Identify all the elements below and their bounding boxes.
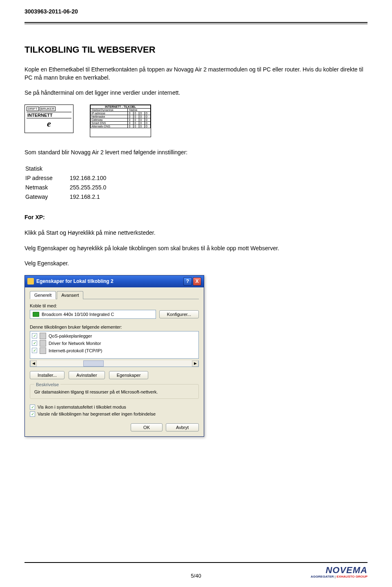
protocol-icon: [40, 333, 46, 339]
checkbox-icon[interactable]: ✓: [32, 348, 37, 353]
lcd2-row: IP-adresse: [91, 111, 128, 115]
xp-titlebar[interactable]: Egenskaper for Lokal tilkobling 2 ? X: [25, 276, 204, 287]
tab-general[interactable]: Generelt: [30, 291, 56, 299]
cancel-button[interactable]: Avbryt: [166, 423, 199, 431]
lcd-label: INTERNETT: [27, 112, 71, 118]
document-id: 3003963-2011-06-20: [24, 8, 368, 15]
show-icon-label: Vis ikon i systemstatusfeltet i tilkoble…: [38, 405, 126, 409]
device-box: Broadcom 440x 10/100 Integrated C: [30, 310, 156, 319]
page-title: TILKOBLING TIL WEBSERVER: [24, 44, 368, 55]
gateway-label: Gateway: [25, 193, 69, 201]
paragraph-xp-step1: Klikk på Start og Høyreklikk på mine net…: [24, 229, 368, 237]
list-item[interactable]: ✓ Internett-protokoll (TCP/IP): [32, 347, 197, 354]
logo-text: NOVEMA: [311, 565, 368, 575]
nic-icon: [33, 312, 39, 317]
configure-button[interactable]: Konfigurer...: [159, 310, 199, 318]
paragraph-xp-step2: Velg Egenskaper og høyreklikk på lokale …: [24, 245, 368, 253]
lcd2-row-mode: Statisk/Dynamisk: [91, 108, 128, 111]
lcd2-row: Nettmaske: [91, 115, 128, 118]
scroll-left-icon[interactable]: ◀: [30, 360, 37, 367]
ok-button[interactable]: OK: [131, 423, 163, 431]
lcd-screenshots-row: DRIFT BRUKER INTERNETT e INTERNETT - TIL…: [24, 105, 368, 137]
description-fieldset: Beskrivelse Gir datamaskinen tilgang til…: [30, 384, 199, 399]
netmask-value: 255.255.255.0: [70, 183, 123, 192]
default-settings-table: Statisk IP adresse 192.168.2.100 Netmask…: [24, 164, 123, 202]
list-item-label: Driver for Network Monitor: [49, 341, 101, 346]
connection-icon: [27, 278, 34, 285]
protocol-icon: [40, 347, 46, 354]
description-label: Beskrivelse: [34, 382, 60, 387]
lcd2-mode-val: Statisk: [128, 108, 151, 111]
novema-logo: NOVEMA AGGREGATER | EXHAUSTO GROUP: [311, 565, 368, 579]
xp-title: Egenskaper for Lokal tilkobling 2: [36, 278, 114, 284]
rule-thin: [24, 24, 368, 24]
paragraph-xp-step3: Velg Egenskaper.: [24, 260, 368, 268]
xp-properties-dialog: Egenskaper for Lokal tilkobling 2 ? X Ge…: [24, 275, 204, 437]
lcd-tab-bruker: BRUKER: [40, 107, 56, 111]
paragraph-defaults: Som standard blir Novagg Air 2 levert me…: [24, 149, 368, 157]
scroll-track[interactable]: [37, 360, 192, 367]
elements-listbox[interactable]: ✓ QoS-pakkeplanlegger ✓ Driver for Netwo…: [30, 331, 199, 359]
protocol-icon: [40, 340, 46, 347]
lcd-internett-tilkobl: INTERNETT - TILKOBL Statisk/DynamiskStat…: [90, 105, 151, 137]
help-button[interactable]: ?: [183, 277, 192, 286]
scroll-right-icon[interactable]: ▶: [192, 360, 198, 367]
netmask-label: Netmask: [25, 183, 69, 192]
rule-thick: [24, 22, 368, 23]
device-name: Broadcom 440x 10/100 Integrated C: [42, 312, 114, 317]
lcd2-row: Alternativ DNS: [91, 125, 128, 128]
xp-tabs: Generelt Avansert: [30, 291, 199, 299]
page-footer: 5/40 NOVEMA AGGREGATER | EXHAUSTO GROUP: [24, 562, 368, 579]
paragraph-handterminal: Se på håndterminal om det ligger inne ve…: [24, 89, 368, 97]
checkbox-show-icon[interactable]: ✓: [30, 405, 35, 410]
lcd2-row: Smart DNS: [91, 121, 128, 125]
gateway-value: 192.168.2.1: [70, 193, 123, 201]
lcd2-header: INTERNETT - TILKOBL: [91, 105, 151, 108]
lcd-tab-drift: DRIFT: [27, 107, 39, 111]
lcd2-row: Gateway: [91, 118, 128, 121]
close-button[interactable]: X: [193, 277, 201, 286]
description-text: Gir datamaskinen tilgang til ressurser p…: [34, 389, 194, 394]
tab-advanced[interactable]: Avansert: [57, 291, 83, 299]
checkbox-icon[interactable]: ✓: [32, 333, 37, 338]
install-button[interactable]: Installer...: [30, 371, 65, 379]
logo-sub-agg: AGGREGATER: [311, 575, 334, 578]
scroll-thumb[interactable]: [83, 360, 104, 367]
list-item-label: Internett-protokoll (TCP/IP): [49, 348, 102, 353]
checkbox-icon[interactable]: ✓: [32, 340, 37, 346]
list-item[interactable]: ✓ QoS-pakkeplanlegger: [32, 332, 197, 340]
connect-with-label: Koble til med:: [30, 303, 199, 308]
list-item-label: QoS-pakkeplanlegger: [49, 334, 92, 338]
horizontal-scrollbar[interactable]: ◀ ▶: [30, 360, 199, 367]
lcd-internett: DRIFT BRUKER INTERNETT e: [24, 105, 74, 133]
internet-explorer-icon: e: [27, 118, 71, 129]
ip-label: IP adresse: [25, 174, 69, 182]
properties-button[interactable]: Egenskaper: [109, 371, 149, 379]
static-label: Statisk: [25, 165, 122, 173]
for-xp-heading: For XP:: [24, 213, 368, 222]
notify-label: Varsle når tilkoblingen har begrenset el…: [38, 411, 156, 416]
paragraph-intro: Kople en Ethernetkabel til Ethernetkonta…: [24, 66, 368, 82]
list-item[interactable]: ✓ Driver for Network Monitor: [32, 340, 197, 347]
uses-elements-label: Denne tilkoblingen bruker følgende eleme…: [30, 325, 199, 329]
logo-sub-exh: EXHAUSTO GROUP: [336, 575, 368, 578]
checkbox-notify[interactable]: ✓: [30, 411, 35, 417]
uninstall-button[interactable]: Avinstaller: [69, 371, 105, 379]
page-number: 5/40: [191, 573, 201, 579]
ip-value: 192.168.2.100: [70, 174, 123, 182]
